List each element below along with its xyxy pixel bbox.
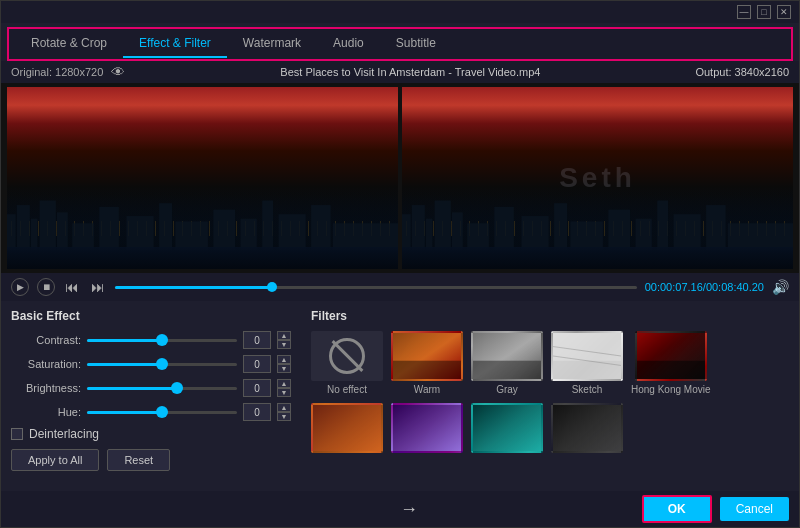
svg-rect-27 [636, 219, 652, 251]
svg-rect-41 [637, 361, 705, 380]
main-window: — □ ✕ Rotate & Crop Effect & Filter Wate… [0, 0, 800, 528]
hue-up[interactable]: ▲ [277, 403, 291, 412]
volume-icon[interactable]: 🔊 [772, 279, 789, 295]
filter-row2-2[interactable] [391, 403, 463, 456]
ok-button[interactable]: OK [642, 495, 712, 523]
hue-value: 0 [243, 403, 271, 421]
filter-thumb-r2-1 [311, 403, 383, 453]
filter-row2-3[interactable] [471, 403, 543, 456]
output-preview: Seth [402, 87, 793, 269]
brightness-down[interactable]: ▼ [277, 388, 291, 397]
output-resolution: Output: 3840x2160 [695, 66, 789, 78]
play-button[interactable]: ▶ [11, 278, 29, 296]
svg-rect-22 [494, 207, 514, 251]
filter-thumb-gray [471, 331, 543, 381]
progress-bar[interactable] [115, 286, 637, 289]
contrast-label: Contrast: [11, 334, 81, 346]
restore-button[interactable]: □ [757, 5, 771, 19]
cancel-button[interactable]: Cancel [720, 497, 789, 521]
contrast-down[interactable]: ▼ [277, 340, 291, 349]
tab-rotate[interactable]: Rotate & Crop [15, 30, 123, 58]
tab-effect[interactable]: Effect & Filter [123, 30, 227, 58]
deinterlacing-row: Deinterlacing [11, 427, 291, 441]
contrast-up[interactable]: ▲ [277, 331, 291, 340]
filters-panel: Filters No effect [311, 309, 789, 483]
filter-no-effect[interactable]: No effect [311, 331, 383, 395]
title-bar: — □ ✕ [1, 1, 799, 23]
svg-rect-17 [412, 205, 425, 250]
svg-rect-16 [402, 214, 411, 250]
playback-bar: ▶ ⏹ ⏮ ⏭ 00:00:07.16/00:08:40.20 🔊 [1, 273, 799, 301]
svg-rect-13 [279, 214, 306, 250]
contrast-row: Contrast: 0 ▲ ▼ [11, 331, 291, 349]
svg-rect-6 [99, 207, 119, 251]
svg-rect-44 [473, 404, 541, 451]
brightness-slider[interactable] [87, 387, 237, 390]
minimize-button[interactable]: — [737, 5, 751, 19]
info-bar: Original: 1280x720 👁 Best Places to Visi… [1, 61, 799, 83]
arrow-indicator: → [400, 499, 418, 520]
filter-gray[interactable]: Gray [471, 331, 543, 395]
svg-rect-23 [521, 216, 548, 251]
svg-rect-7 [126, 216, 153, 251]
contrast-spinner[interactable]: ▲ ▼ [277, 331, 291, 349]
svg-rect-11 [241, 219, 257, 251]
svg-rect-8 [159, 203, 172, 250]
svg-rect-29 [674, 214, 701, 250]
filters-scroll-area[interactable]: No effect Warm [311, 331, 789, 456]
bottom-panel: Basic Effect Contrast: 0 ▲ ▼ Saturation: [1, 301, 799, 491]
saturation-up[interactable]: ▲ [277, 355, 291, 364]
saturation-label: Saturation: [11, 358, 81, 370]
filter-label-gray: Gray [496, 384, 518, 395]
saturation-slider[interactable] [87, 363, 237, 366]
apply-all-button[interactable]: Apply to All [11, 449, 99, 471]
filter-row2-4[interactable] [551, 403, 623, 456]
svg-rect-2 [31, 219, 38, 251]
filter-label-warm: Warm [414, 384, 440, 395]
basic-effect-title: Basic Effect [11, 309, 291, 323]
svg-rect-19 [435, 201, 451, 251]
brightness-up[interactable]: ▲ [277, 379, 291, 388]
svg-rect-26 [608, 210, 630, 251]
filter-row2-1[interactable] [311, 403, 383, 456]
progress-fill [115, 286, 272, 289]
tab-audio[interactable]: Audio [317, 30, 380, 58]
svg-rect-42 [313, 404, 381, 451]
brightness-value: 0 [243, 379, 271, 397]
next-frame-button[interactable]: ⏭ [89, 279, 107, 295]
close-button[interactable]: ✕ [777, 5, 791, 19]
svg-rect-10 [213, 210, 235, 251]
hue-spinner[interactable]: ▲ ▼ [277, 403, 291, 421]
filter-thumb-warm [391, 331, 463, 381]
prev-frame-button[interactable]: ⏮ [63, 279, 81, 295]
reset-button[interactable]: Reset [107, 449, 170, 471]
svg-rect-33 [393, 361, 461, 380]
saturation-spinner[interactable]: ▲ ▼ [277, 355, 291, 373]
tab-subtitle[interactable]: Subtitle [380, 30, 452, 58]
tab-watermark[interactable]: Watermark [227, 30, 317, 58]
contrast-slider[interactable] [87, 339, 237, 342]
saturation-down[interactable]: ▼ [277, 364, 291, 373]
svg-rect-1 [17, 205, 30, 250]
brightness-row: Brightness: 0 ▲ ▼ [11, 379, 291, 397]
eye-icon[interactable]: 👁 [111, 64, 125, 80]
brightness-spinner[interactable]: ▲ ▼ [277, 379, 291, 397]
original-preview [7, 87, 398, 269]
progress-thumb[interactable] [267, 282, 277, 292]
hue-down[interactable]: ▼ [277, 412, 291, 421]
filter-label-no-effect: No effect [327, 384, 367, 395]
svg-rect-12 [262, 201, 273, 251]
filter-sketch[interactable]: Sketch [551, 331, 623, 395]
filter-thumb-r2-2 [391, 403, 463, 453]
stop-button[interactable]: ⏹ [37, 278, 55, 296]
filters-grid: No effect Warm [311, 331, 789, 456]
saturation-value: 0 [243, 355, 271, 373]
svg-rect-18 [426, 219, 433, 251]
filters-title: Filters [311, 309, 789, 323]
deinterlacing-checkbox[interactable] [11, 428, 23, 440]
hue-slider[interactable] [87, 411, 237, 414]
time-display: 00:00:07.16/00:08:40.20 [645, 281, 764, 293]
filter-label-hk: Hong Kong Movie [631, 384, 711, 395]
filter-warm[interactable]: Warm [391, 331, 463, 395]
filter-hk-movie[interactable]: Hong Kong Movie [631, 331, 711, 395]
